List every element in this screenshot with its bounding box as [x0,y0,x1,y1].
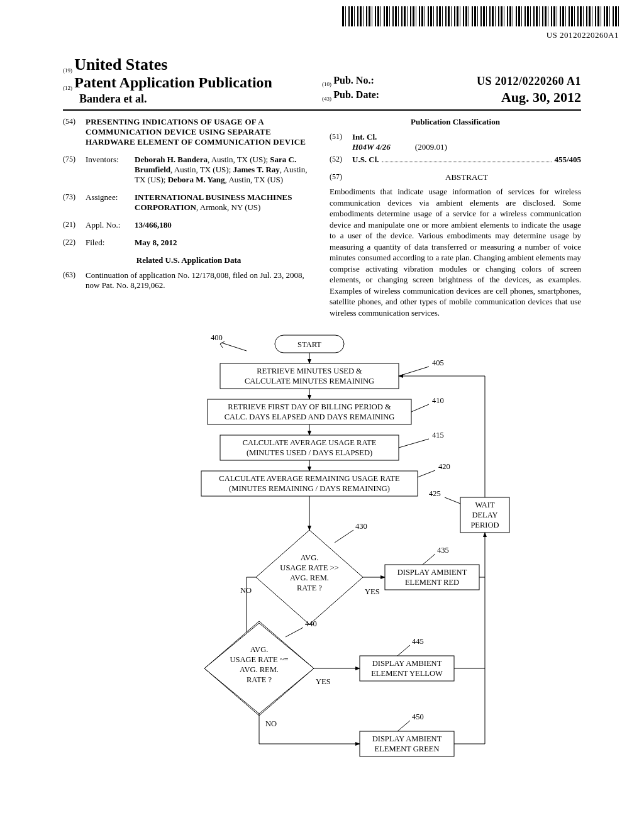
uscl-label: U.S. Cl. [352,155,379,165]
code-10: (10) [322,81,331,87]
intcl-class: H04W 4/26 [352,142,391,152]
svg-line-16 [335,530,353,543]
fig-440-yes: YES [316,677,331,686]
assignee-label: Assignee: [86,192,135,213]
continuation-text: Continuation of application No. 12/178,0… [86,270,314,290]
invention-title: PRESENTING INDICATIONS OF USAGE OF A COM… [86,117,314,147]
fig-410-l2: CALC. DAYS ELAPSED AND DAYS REMAINING [225,412,395,421]
dotted-leader [382,155,552,162]
fig-435-l2: ELEMENT RED [405,578,459,587]
code-75: (75) [63,155,86,185]
svg-line-19 [423,554,435,565]
abstract-label: ABSTRACT [352,172,581,182]
field-21-appl-no: (21) Appl. No.: 13/466,180 [63,220,314,230]
fig-420-num: 420 [438,462,450,471]
code-22: (22) [63,238,86,248]
fig-415-l2: (MINUTES USED / DAYS ELAPSED) [247,448,372,457]
fig-420-l1: CALCULATE AVERAGE REMAINING USAGE RATE [219,474,400,483]
publication-header: (19) United States (12) Patent Applicati… [63,55,581,111]
fig-440-num: 440 [305,619,317,628]
fig-ref-400: 400 [211,333,223,342]
filed-value: May 8, 2012 [135,238,177,247]
fig-450-l2: ELEMENT GREEN [375,744,440,753]
code-52: (52) [330,155,352,165]
code-54: (54) [63,117,86,147]
fig-425-l2: DELAY [472,511,497,519]
code-19: (19) [63,67,72,74]
uscl-value: 455/405 [554,155,581,165]
fig-430-l4: RATE ? [297,584,322,592]
intcl-date: (2009.01) [415,142,447,152]
svg-line-9 [399,439,429,448]
fig-450-l1: DISPLAY AMBIENT [372,734,442,743]
intcl-label: Int. Cl. [352,132,581,142]
fig-440-l1: AVG. [250,645,269,654]
fig-430-num: 430 [355,522,367,531]
svg-line-22 [286,628,303,637]
code-57: (57) [330,172,352,182]
fig-420-l2: (MINUTES REMAINING / DAYS REMAINING) [229,484,390,493]
svg-line-3 [399,367,429,376]
author-names: Bandera et al. [63,92,322,106]
assignee-value: INTERNATIONAL BUSINESS MACHINES CORPORAT… [135,192,314,213]
fig-405-l2: CALCULATE MINUTES REMAINING [245,377,374,385]
abstract-text: Embodiments that indicate usage informat… [330,186,581,319]
fig-415-l1: CALCULATE AVERAGE USAGE RATE [243,438,377,447]
fig-430-no: NO [240,586,252,595]
field-73-assignee: (73) Assignee: INTERNATIONAL BUSINESS MA… [63,192,314,213]
fig-445-l2: ELEMENT YELLOW [371,669,443,678]
barcode-graphic [0,0,644,29]
field-51-intcl: (51) Int. Cl. H04W 4/26 (2009.01) [330,132,581,152]
country-name: United States [74,55,167,74]
svg-line-12 [418,470,435,477]
inventors-label: Inventors: [86,155,135,185]
svg-rect-26 [195,618,197,621]
fig-435-num: 435 [437,546,449,555]
classification-heading: Publication Classification [330,117,581,127]
publication-type: Patent Application Publication [74,74,272,91]
pubdate-label: Pub. Date: [333,89,379,100]
barcode-text: US 20120220260A1 [0,30,644,40]
fig-430-l1: AVG. [301,553,319,562]
code-73: (73) [63,192,86,213]
fig-430-l3: AVG. REM. [290,573,329,582]
field-52-uscl: (52) U.S. Cl. 455/405 [330,155,581,165]
fig-425-num: 425 [429,489,441,498]
fig-410-num: 410 [432,396,444,405]
svg-line-28 [397,645,410,656]
applno-value: 13/466,180 [135,220,172,230]
code-12: (12) [63,85,72,91]
inventors-value: Deborah H. Bandera, Austin, TX (US); Sar… [135,155,314,185]
field-22-filed: (22) Filed: May 8, 2012 [63,238,314,248]
code-63: (63) [63,270,86,290]
fig-440-l4: RATE ? [247,675,272,684]
filed-label: Filed: [86,238,135,248]
flowchart-figure: 400 START RETRIEVE MINUTES USED & CALCUL… [63,329,581,809]
code-21: (21) [63,220,86,230]
fig-415-num: 415 [432,431,444,440]
svg-line-15 [445,497,460,504]
fig-410-l1: RETRIEVE FIRST DAY OF BILLING PERIOD & [228,402,391,411]
fig-425-l1: WAIT [475,501,495,509]
pubdate-value: Aug. 30, 2012 [501,89,581,106]
fig-450-num: 450 [412,712,424,721]
svg-line-30 [397,721,410,731]
fig-440-l2: USAGE RATE ~= [230,655,289,664]
fig-425-l3: PERIOD [470,521,499,529]
code-43: (43) [322,96,331,102]
fig-445-num: 445 [412,637,424,646]
fig-435-l1: DISPLAY AMBIENT [397,568,467,577]
field-63-continuation: (63) Continuation of application No. 12/… [63,270,314,290]
fig-start: START [297,340,321,349]
field-75-inventors: (75) Inventors: Deborah H. Bandera, Aust… [63,155,314,185]
fig-405-num: 405 [432,358,444,367]
related-data-heading: Related U.S. Application Data [63,255,314,265]
svg-line-6 [411,404,429,412]
code-51: (51) [330,132,352,152]
fig-440-l3: AVG. REM. [240,665,279,674]
field-54-title: (54) PRESENTING INDICATIONS OF USAGE OF … [63,117,314,147]
fig-430-l2: USAGE RATE >> [280,563,338,572]
fig-445-l1: DISPLAY AMBIENT [372,659,442,668]
pubno-label: Pub. No.: [333,75,374,86]
applno-label: Appl. No.: [86,220,135,230]
